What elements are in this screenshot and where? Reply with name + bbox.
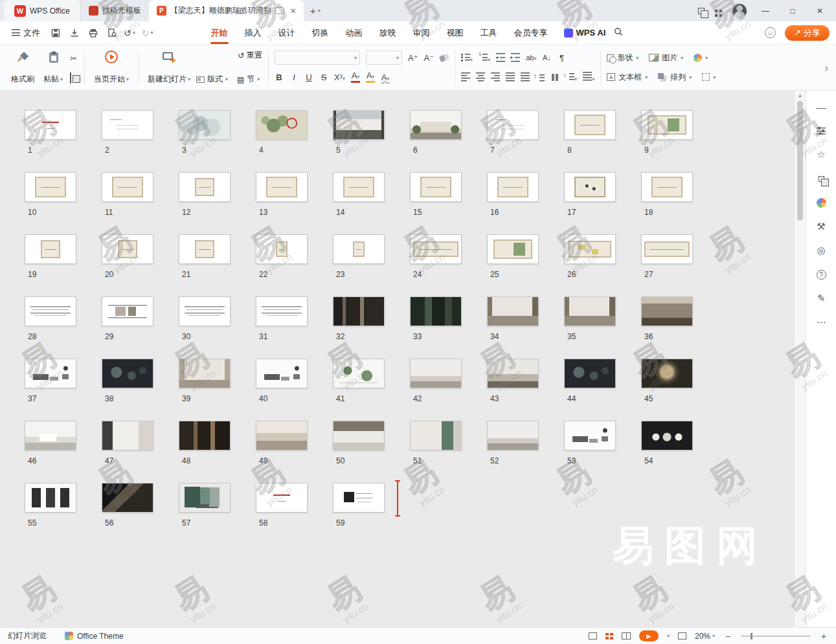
slide-cell-45[interactable]: 45 [641, 359, 718, 421]
close-tab-icon[interactable]: ✕ [288, 6, 299, 16]
bullet-list-button[interactable]: ▾ [461, 52, 473, 63]
wps-ai-button[interactable]: WPS AI [564, 28, 606, 38]
slide-cell-17[interactable]: 17 [564, 172, 641, 234]
slide-thumbnail[interactable] [564, 172, 616, 202]
slide-cell-41[interactable]: 41 [333, 359, 410, 421]
slide-cell-48[interactable]: 48 [179, 421, 256, 483]
wps-home-tab[interactable]: W WPS Office [4, 0, 80, 21]
maximize-button[interactable]: □ [784, 6, 801, 16]
slide-cell-40[interactable]: 40 [256, 359, 333, 421]
print-preview-icon[interactable] [107, 28, 117, 38]
slide-cell-58[interactable]: 58 [256, 483, 333, 545]
normal-view-icon[interactable] [589, 632, 597, 639]
favorites-star-icon[interactable]: ☆ [815, 149, 828, 161]
fit-window-icon[interactable] [678, 632, 686, 639]
slide-thumbnail[interactable] [179, 234, 231, 264]
strikethrough-button[interactable]: S [319, 72, 328, 82]
slide-cell-51[interactable]: 51 [410, 421, 487, 483]
slide-thumbnail[interactable] [25, 483, 76, 513]
slide-thumbnail[interactable] [641, 421, 693, 450]
slide-cell-18[interactable]: 18 [641, 172, 718, 234]
zoom-level-button[interactable]: 20%▾ [695, 632, 715, 641]
slide-thumbnail[interactable] [25, 172, 76, 202]
slide-thumbnail[interactable] [333, 421, 385, 450]
slide-cell-32[interactable]: 32 [333, 296, 410, 359]
slide-thumbnail[interactable] [179, 110, 231, 140]
locate-icon[interactable]: ◎ [815, 245, 828, 256]
slide-thumbnail[interactable] [487, 234, 539, 264]
user-avatar[interactable] [732, 4, 747, 18]
menu-tab-10[interactable]: 会员专享 [507, 21, 555, 45]
menu-tab-8[interactable]: 视图 [440, 21, 471, 45]
layout-button[interactable]: 版式▾ [196, 74, 228, 85]
doc-tab-template[interactable]: 找稿壳模板 [80, 0, 149, 21]
columns-icon[interactable] [550, 73, 559, 82]
font-size-combobox[interactable]: ▾ [366, 50, 402, 65]
slide-thumbnail[interactable] [564, 421, 616, 450]
slide-thumbnail[interactable] [256, 483, 308, 513]
slide-cell-13[interactable]: 13 [256, 172, 333, 234]
doc-tab-presentation[interactable]: P 【梁志天】顺德鹏瑞皓玥湾别 … ✕ [149, 0, 304, 21]
font-family-combobox[interactable]: ▾ [275, 50, 360, 65]
slide-cell-39[interactable]: 39 [179, 359, 256, 421]
numbered-list-button[interactable]: ▾ [479, 52, 490, 63]
slide-thumbnail[interactable] [641, 234, 693, 264]
slide-thumbnail[interactable] [410, 234, 462, 264]
theme-button[interactable]: Office Theme [65, 632, 124, 641]
shapes-button[interactable]: 形状▾ [607, 52, 638, 63]
menu-tab-2[interactable]: 插入 [238, 21, 269, 45]
slide-thumbnail[interactable] [564, 359, 616, 388]
chevron-down-icon[interactable]: ▾ [318, 8, 321, 14]
new-slide-button[interactable]: 新建幻灯片▾ [143, 47, 195, 89]
arrange-button[interactable]: 排列▾ [658, 72, 692, 83]
slide-cell-59[interactable]: 59 [333, 483, 410, 545]
slide-cell-16[interactable]: 16 [487, 172, 564, 234]
close-button[interactable]: ✕ [811, 6, 828, 16]
undo-caret-icon[interactable]: ▾ [133, 30, 135, 36]
slide-cell-44[interactable]: 44 [564, 359, 641, 421]
justify-icon[interactable] [506, 72, 515, 82]
slide-thumbnail[interactable] [564, 110, 616, 140]
slide-cell-8[interactable]: 8 [564, 110, 641, 172]
slide-cell-28[interactable]: 28 [25, 296, 102, 359]
slide-cell-57[interactable]: 57 [179, 483, 256, 545]
panels-icon[interactable] [815, 173, 828, 184]
slide-thumbnail[interactable] [410, 172, 462, 202]
align-right-icon[interactable] [491, 72, 500, 82]
share-button[interactable]: ↗ 分享 [785, 25, 830, 41]
slide-cell-43[interactable]: 43 [487, 359, 564, 421]
decrease-indent-icon[interactable] [496, 53, 505, 62]
slide-thumbnail[interactable] [25, 359, 76, 388]
window-layers-icon[interactable] [698, 8, 705, 14]
slide-cell-22[interactable]: 22 [256, 234, 333, 296]
slide-cell-11[interactable]: 11 [102, 172, 179, 234]
menu-tab-3[interactable]: 设计 [271, 21, 302, 45]
slide-cell-42[interactable]: 42 [410, 359, 487, 421]
slide-thumbnail[interactable] [25, 421, 76, 450]
slide-thumbnail[interactable] [333, 483, 385, 513]
slide-thumbnail[interactable] [256, 172, 308, 202]
slide-thumbnail[interactable] [102, 483, 153, 513]
new-tab-button[interactable]: + ▾ [310, 5, 321, 16]
slide-thumbnail[interactable] [487, 172, 539, 202]
textbox-button[interactable]: A文本框▾ [607, 72, 648, 83]
slide-cell-6[interactable]: 6 [410, 110, 487, 172]
slide-cell-26[interactable]: 26 [564, 234, 641, 296]
slide-thumbnail[interactable] [487, 110, 539, 140]
text-tools-icon[interactable]: A↓ [542, 54, 551, 61]
slide-thumbnail[interactable] [641, 296, 693, 326]
play-options-icon[interactable]: ▾ [667, 633, 670, 639]
signature-icon[interactable]: ✎ [815, 293, 828, 304]
bold-button[interactable]: B [275, 72, 284, 82]
slide-thumbnail[interactable] [410, 296, 462, 326]
cut-icon[interactable]: ✂ [70, 54, 77, 63]
slide-cell-2[interactable]: 2 [102, 110, 179, 172]
text-direction-button[interactable]: ab▾ [526, 53, 536, 62]
slide-cell-15[interactable]: 15 [410, 172, 487, 234]
slide-cell-4[interactable]: 4 [256, 110, 333, 172]
paragraph-mark-icon[interactable]: ¶ [557, 53, 566, 63]
save-icon[interactable] [51, 28, 61, 38]
slide-thumbnail[interactable] [333, 296, 385, 326]
format-painter-button[interactable]: 格式刷 [6, 47, 39, 89]
slide-cell-29[interactable]: 29 [102, 296, 179, 359]
